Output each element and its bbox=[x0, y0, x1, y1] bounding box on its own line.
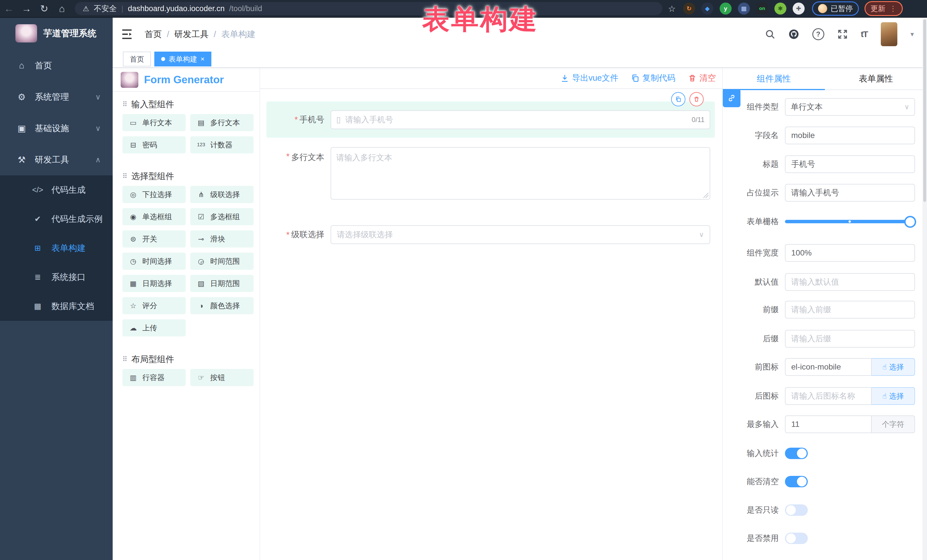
item-copy-button[interactable] bbox=[671, 92, 685, 106]
mobile-input[interactable] bbox=[345, 115, 675, 124]
palette-item-date-picker[interactable]: ▦日期选择 bbox=[122, 275, 186, 292]
canvas-item-textarea[interactable]: * 多行文本 bbox=[266, 143, 715, 203]
profile-paused-pill[interactable]: 已暂停 bbox=[812, 2, 859, 16]
palette-item-cascader-select[interactable]: ⋔级联选择 bbox=[190, 186, 254, 203]
link-button[interactable] bbox=[723, 89, 740, 107]
scrollbar-thumb[interactable] bbox=[923, 20, 926, 202]
palette-item-row-container[interactable]: ▥行容器 bbox=[122, 369, 186, 386]
sidebar-item-home[interactable]: ⌂ 首页 bbox=[0, 50, 112, 81]
sidebar-item-form-builder[interactable]: ⊞ 表单构建 bbox=[0, 234, 112, 263]
sidebar-item-infrastructure[interactable]: ▣ 基础设施 ∨ bbox=[0, 112, 112, 144]
sidebar-item-database-doc[interactable]: ▦ 数据库文档 bbox=[0, 292, 112, 321]
palette-item-time-picker[interactable]: ◷时间选择 bbox=[122, 253, 186, 270]
sidebar-item-code-generation[interactable]: </> 代码生成 bbox=[0, 175, 112, 205]
browser-home-button[interactable]: ⌂ bbox=[53, 3, 71, 14]
fullscreen-icon[interactable] bbox=[837, 29, 848, 39]
browser-update-button[interactable]: 更新 ⋮ bbox=[865, 1, 903, 16]
tab-form-props[interactable]: 表单属性 bbox=[825, 68, 927, 90]
suffix-icon-select-button[interactable]: ☝ 选择 bbox=[872, 387, 915, 405]
suffix-input[interactable] bbox=[791, 334, 909, 344]
palette-item-switch[interactable]: ⊜开关 bbox=[122, 231, 186, 247]
tab-form-builder[interactable]: 表单构建 × bbox=[154, 52, 211, 67]
browser-forward-button[interactable]: → bbox=[18, 3, 35, 14]
palette-item-rate[interactable]: ☆评分 bbox=[122, 297, 186, 314]
prefix-input[interactable] bbox=[791, 305, 909, 314]
palette-item-button[interactable]: ☞按钮 bbox=[190, 369, 254, 386]
hamburger-icon[interactable] bbox=[121, 29, 133, 39]
sidebar-item-code-generation-demo[interactable]: ✔ 代码生成示例 bbox=[0, 205, 112, 234]
extension-sync-icon[interactable]: ↻ bbox=[683, 3, 695, 15]
item-delete-button[interactable] bbox=[689, 92, 704, 106]
page-scrollbar[interactable] bbox=[922, 18, 927, 560]
palette-item-multi-line-text[interactable]: ▤多行文本 bbox=[190, 114, 254, 131]
kebab-menu-icon[interactable]: ⋮ bbox=[889, 4, 897, 13]
avatar-caret-icon[interactable]: ▾ bbox=[910, 30, 914, 38]
disabled-toggle[interactable] bbox=[785, 533, 808, 544]
slider-track[interactable] bbox=[785, 220, 911, 223]
input-statistics-toggle[interactable] bbox=[785, 448, 808, 459]
sliders-icon: ≣ bbox=[31, 273, 44, 282]
section-title: 布局型组件 bbox=[132, 354, 174, 365]
component-type-select[interactable]: 单行文本 ∨ bbox=[785, 98, 915, 116]
palette-item-color-picker[interactable]: ◑颜色选择 bbox=[190, 297, 254, 314]
prefix-icon-select-button[interactable]: ☝ 选择 bbox=[872, 358, 915, 376]
palette-item-checkbox-group[interactable]: ☑多选框组 bbox=[190, 208, 254, 225]
palette-item-upload[interactable]: ☁上传 bbox=[122, 319, 186, 337]
browser-reload-button[interactable]: ↻ bbox=[35, 3, 53, 14]
close-icon[interactable]: × bbox=[201, 55, 205, 63]
sidebar-item-dev-tools[interactable]: ⚒ 研发工具 ∧ bbox=[0, 144, 112, 175]
default-value-input[interactable] bbox=[791, 277, 909, 287]
copy-code-button[interactable]: 复制代码 bbox=[631, 73, 675, 84]
search-icon[interactable] bbox=[765, 29, 775, 39]
sidebar-item-system-api[interactable]: ≣ 系统接口 bbox=[0, 263, 112, 292]
palette-item-radio-group[interactable]: ◉单选框组 bbox=[122, 208, 186, 225]
extension-puzzle-icon[interactable]: ✚ bbox=[793, 3, 805, 15]
multiline-textarea[interactable] bbox=[331, 148, 710, 199]
font-size-icon[interactable]: tT bbox=[861, 29, 868, 39]
readonly-toggle[interactable] bbox=[785, 504, 808, 516]
canvas-item-mobile[interactable]: * 手机号 ▯ 0/11 bbox=[266, 102, 715, 138]
breadcrumb-dev-tools[interactable]: 研发工具 bbox=[174, 29, 208, 40]
drag-handle-icon: ⠿ bbox=[122, 172, 128, 180]
form-grid-slider[interactable] bbox=[785, 213, 915, 231]
tab-component-props[interactable]: 组件属性 bbox=[723, 68, 825, 90]
placeholder-input[interactable] bbox=[791, 188, 909, 197]
browser-back-button[interactable]: ← bbox=[0, 3, 18, 14]
suffix-icon-input[interactable] bbox=[791, 391, 866, 401]
github-icon[interactable] bbox=[789, 29, 799, 39]
title-input[interactable] bbox=[791, 159, 909, 169]
extension-pin-icon[interactable]: ◆ bbox=[701, 3, 713, 15]
tab-home[interactable]: 首页 bbox=[123, 52, 151, 67]
bookmark-star-icon[interactable]: ☆ bbox=[668, 4, 676, 14]
palette-item-slider[interactable]: ⊸滑块 bbox=[190, 231, 254, 247]
palette-item-time-range[interactable]: ◶时间范围 bbox=[190, 253, 254, 270]
extension-grid-icon[interactable]: ▦ bbox=[738, 3, 750, 15]
palette-item-single-line-text[interactable]: ▭单行文本 bbox=[122, 114, 186, 131]
extension-y-icon[interactable]: y bbox=[720, 3, 732, 15]
export-vue-button[interactable]: 导出vue文件 bbox=[561, 73, 619, 84]
app-logo-row[interactable]: 芋道管理系统 bbox=[0, 18, 112, 43]
canvas-item-cascader[interactable]: * 级联选择 请选择级联选择 ∨ bbox=[266, 221, 715, 248]
clearable-toggle[interactable] bbox=[785, 476, 808, 487]
clear-button[interactable]: 清空 bbox=[688, 73, 716, 84]
palette-item-counter[interactable]: 123计数器 bbox=[190, 136, 254, 153]
extension-leaf-icon[interactable]: ✱ bbox=[774, 3, 786, 15]
user-avatar[interactable] bbox=[881, 22, 897, 46]
palette-item-dropdown-select[interactable]: ◎下拉选择 bbox=[122, 186, 186, 203]
resize-handle[interactable] bbox=[704, 193, 708, 198]
address-bar[interactable]: ⚠ 不安全 | dashboard.yudao.iocoder.cn/tool/… bbox=[75, 2, 662, 15]
component-width-input[interactable] bbox=[791, 248, 909, 258]
breadcrumb-home[interactable]: 首页 bbox=[144, 29, 162, 40]
prefix-icon-input[interactable] bbox=[791, 362, 866, 372]
cascader-select[interactable]: 请选择级联选择 ∨ bbox=[331, 225, 710, 244]
security-label[interactable]: 不安全 bbox=[94, 3, 117, 14]
slider-handle[interactable] bbox=[904, 216, 916, 228]
checkbox-icon: ☑ bbox=[196, 213, 206, 221]
help-icon[interactable]: ? bbox=[812, 28, 824, 40]
field-name-input[interactable] bbox=[791, 131, 909, 140]
palette-item-date-range[interactable]: ▧日期范围 bbox=[190, 275, 254, 292]
sidebar-item-system-management[interactable]: ⚙ 系统管理 ∨ bbox=[0, 81, 112, 112]
max-input-field[interactable] bbox=[791, 419, 866, 429]
palette-item-password[interactable]: ⊟密码 bbox=[122, 136, 186, 153]
extension-on-icon[interactable]: on bbox=[756, 3, 768, 15]
